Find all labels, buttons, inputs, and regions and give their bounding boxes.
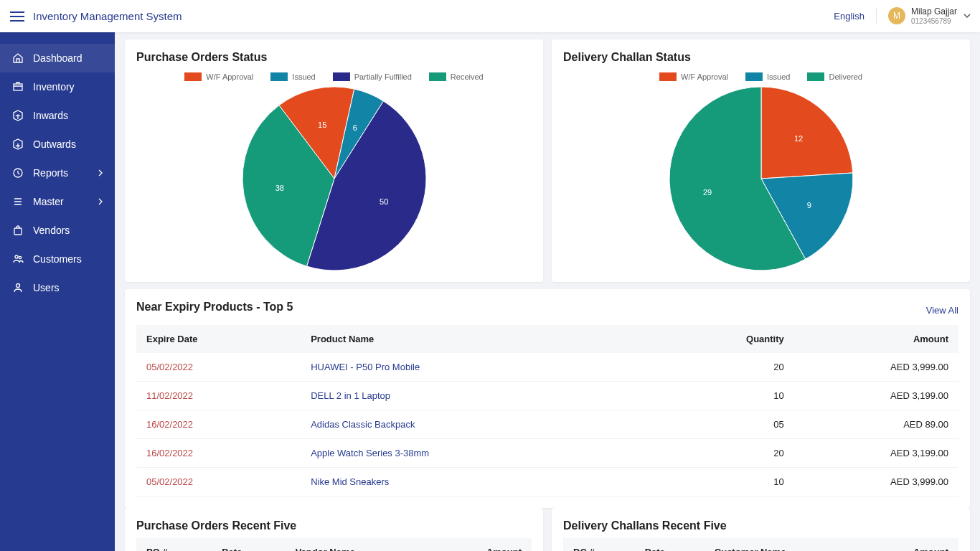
user-text: Milap Gajjar 0123456789	[911, 6, 957, 25]
outwards-icon	[11, 138, 24, 151]
near-expiry-title: Near Expiry Products - Top 5	[136, 301, 293, 314]
cell-qty: 20	[671, 353, 794, 382]
legend-label: Received	[451, 72, 484, 81]
sidebar-item-master[interactable]: Master	[0, 187, 115, 216]
cell-expire: 05/02/2022	[136, 468, 301, 496]
po-status-card: Purchase Orders Status W/F ApprovalIssue…	[125, 39, 543, 282]
topbar: Inventory Management System English M Mi…	[0, 0, 980, 32]
table-row: 16/02/2022Apple Watch Series 3-38mm20AED…	[136, 439, 958, 468]
legend-item: Issued	[745, 72, 790, 81]
sidebar-item-label: Inwards	[33, 110, 68, 121]
svg-rect-0	[14, 84, 22, 90]
list-icon	[11, 195, 24, 208]
cell-amount: AED 3,199.00	[794, 382, 958, 410]
legend-item: W/F Approval	[184, 72, 253, 81]
legend-swatch	[745, 72, 763, 81]
po-status-title: Purchase Orders Status	[136, 51, 532, 64]
col-date: Date	[635, 538, 705, 551]
table-row: 05/02/2022Nike Mid Sneakers10AED 3,999.0…	[136, 468, 958, 496]
col-expire: Expire Date	[136, 325, 301, 353]
table-row: 16/02/2022Adidas Classic Backpack05AED 8…	[136, 410, 958, 439]
language-selector[interactable]: English	[834, 11, 864, 22]
person-icon	[11, 281, 24, 294]
pie-slice-label: 29	[703, 188, 712, 197]
user-menu[interactable]: M Milap Gajjar 0123456789	[888, 6, 971, 25]
people-icon	[11, 253, 24, 265]
cell-amount: AED 3,199.00	[794, 439, 958, 468]
sidebar-item-label: Dashboard	[33, 52, 83, 64]
svg-rect-2	[14, 228, 22, 235]
legend-label: W/F Approval	[681, 72, 728, 81]
main-content: Purchase Orders Status W/F ApprovalIssue…	[115, 32, 980, 551]
chevron-down-icon	[963, 11, 971, 20]
legend-item: Received	[429, 72, 484, 81]
po-recent-table: PO # Date Vendor Name Amount	[136, 538, 532, 551]
product-link[interactable]: Adidas Classic Backpack	[311, 419, 415, 430]
home-icon	[11, 52, 24, 65]
col-amount: Amount	[794, 325, 958, 353]
pie-slice-label: 9	[807, 201, 811, 209]
sidebar-item-label: Master	[33, 196, 64, 207]
legend-swatch	[659, 72, 677, 81]
topbar-right: English M Milap Gajjar 0123456789	[834, 6, 971, 25]
dc-recent-title: Delivery Challans Recent Five	[563, 519, 958, 532]
sidebar-item-vendors[interactable]: Vendors	[0, 216, 115, 245]
sidebar-item-customers[interactable]: Customers	[0, 245, 115, 273]
col-product: Product Name	[301, 325, 671, 353]
cell-expire: 16/02/2022	[136, 439, 301, 468]
cell-product: Apple Watch Series 3-38mm	[301, 439, 671, 468]
user-id: 0123456789	[911, 17, 957, 26]
legend-label: W/F Approval	[206, 72, 253, 81]
legend-swatch	[333, 72, 350, 81]
product-link[interactable]: Nike Mid Sneakers	[311, 476, 389, 487]
col-vendor: Vendor Name	[286, 538, 431, 551]
sidebar-item-label: Users	[33, 282, 60, 293]
cell-expire: 11/02/2022	[136, 382, 301, 410]
cell-amount: AED 3,999.00	[794, 468, 958, 496]
sidebar-item-users[interactable]: Users	[0, 273, 115, 302]
sidebar: DashboardInventoryInwardsOutwardsReports…	[0, 32, 115, 551]
pie-slice-label: 12	[794, 134, 803, 143]
pie-slice-label: 38	[275, 184, 284, 192]
sidebar-item-inwards[interactable]: Inwards	[0, 101, 115, 130]
divider	[876, 8, 877, 24]
sidebar-item-label: Inventory	[33, 81, 75, 93]
cell-product: HUAWEI - P50 Pro Mobile	[301, 353, 671, 382]
legend-label: Issued	[292, 72, 315, 81]
sidebar-item-label: Outwards	[33, 138, 76, 150]
legend-item: Issued	[270, 72, 315, 81]
cell-product: Adidas Classic Backpack	[301, 410, 671, 439]
cell-qty: 20	[671, 439, 794, 468]
sidebar-item-outwards[interactable]: Outwards	[0, 130, 115, 159]
product-link[interactable]: DELL 2 in 1 Laptop	[311, 390, 390, 401]
hamburger-menu-icon[interactable]	[9, 8, 26, 25]
view-all-link[interactable]: View All	[926, 305, 958, 316]
sidebar-item-label: Reports	[33, 167, 68, 179]
cell-qty: 10	[671, 468, 794, 496]
legend-item: Delivered	[807, 72, 862, 81]
sidebar-item-label: Vendors	[33, 225, 70, 236]
col-amount: Amount	[863, 538, 958, 551]
dc-status-card: Delivery Challan Status W/F ApprovalIssu…	[552, 39, 970, 282]
po-recent-title: Purchase Orders Recent Five	[136, 519, 532, 532]
product-link[interactable]: HUAWEI - P50 Pro Mobile	[311, 362, 420, 372]
app-title: Inventory Management System	[33, 10, 182, 22]
col-customer: Customer Name	[705, 538, 863, 551]
po-status-pie: 1565038	[242, 87, 426, 270]
sidebar-item-inventory[interactable]: Inventory	[0, 72, 115, 101]
cell-qty: 05	[671, 410, 794, 439]
col-date: Date	[212, 538, 286, 551]
table-row: 05/02/2022HUAWEI - P50 Pro Mobile20AED 3…	[136, 353, 958, 382]
near-expiry-card: Near Expiry Products - Top 5 View All Ex…	[125, 289, 970, 508]
sidebar-item-reports[interactable]: Reports	[0, 159, 115, 187]
col-po: PO #	[136, 538, 212, 551]
col-qty: Quantity	[671, 325, 794, 353]
legend-swatch	[184, 72, 202, 81]
sidebar-item-dashboard[interactable]: Dashboard	[0, 44, 115, 72]
near-expiry-table: Expire Date Product Name Quantity Amount…	[136, 325, 958, 496]
product-link[interactable]: Apple Watch Series 3-38mm	[311, 448, 429, 458]
legend-label: Partially Fulfilled	[354, 72, 412, 81]
legend-swatch	[270, 72, 288, 81]
cell-product: Nike Mid Sneakers	[301, 468, 671, 496]
po-status-legend: W/F ApprovalIssuedPartially FulfilledRec…	[136, 72, 532, 81]
